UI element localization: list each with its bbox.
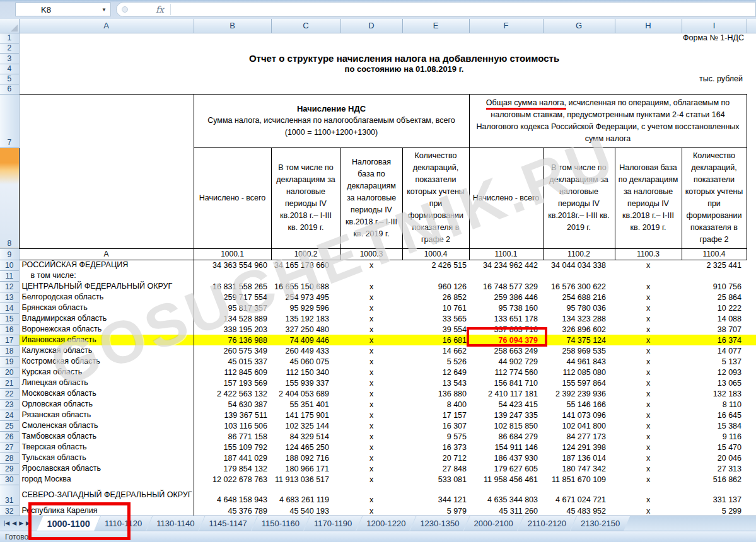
cell-value[interactable]: 188 092 716 [271, 453, 340, 463]
cell-value[interactable]: 9 116 [682, 431, 747, 442]
cell-value[interactable]: 11 851 670 109 [543, 474, 615, 485]
code-cell-b[interactable]: 1000.1 [194, 248, 271, 260]
cell-value[interactable]: x [340, 335, 402, 345]
sheet-tab-2000-2100[interactable]: 2000-2100 [464, 516, 523, 531]
cell-value[interactable]: x [340, 324, 402, 335]
cell-value[interactable]: 26 852 [402, 292, 469, 303]
cell-value[interactable]: 326 896 602 [543, 324, 615, 335]
cell-value[interactable]: 16 374 [682, 335, 747, 345]
select-all-corner[interactable] [0, 19, 19, 33]
cell-region-name[interactable]: Калужская область [19, 345, 194, 356]
subheader-f[interactable]: Начислено - всего [469, 147, 543, 248]
cell-value[interactable]: x [615, 345, 682, 356]
cell-region-name[interactable]: в том числе: [19, 270, 194, 281]
cell-value[interactable]: 39 554 [402, 324, 469, 335]
cell-value[interactable]: 112 085 080 [543, 367, 615, 378]
cell-value[interactable]: 133 651 178 [469, 313, 543, 324]
cell-value[interactable] [682, 270, 747, 281]
cell-value[interactable]: 54 423 415 [469, 399, 543, 410]
cell-value[interactable] [402, 270, 469, 281]
row-header-23[interactable]: 23 [0, 399, 19, 410]
cell-value[interactable]: 12 022 678 763 [194, 474, 271, 485]
row-header-9[interactable]: 9 [0, 248, 19, 260]
cell-value[interactable]: 34 234 962 442 [469, 260, 543, 270]
cell-value[interactable] [271, 270, 340, 281]
cell-value[interactable]: x [615, 420, 682, 431]
column-header-b[interactable]: B [194, 19, 271, 33]
cell-value[interactable]: x [340, 453, 402, 463]
cell-value[interactable]: x [340, 292, 402, 303]
cell-value[interactable]: x [615, 313, 682, 324]
cell-region-name[interactable]: Тамбовская область [19, 431, 194, 442]
cell-value[interactable]: x [340, 388, 402, 399]
cell-value[interactable]: 134 528 889 [194, 313, 271, 324]
cell-value[interactable]: 20 046 [682, 453, 747, 463]
column-header-d[interactable]: D [340, 19, 402, 33]
cell-value[interactable]: x [615, 260, 682, 270]
cell-value[interactable]: 103 116 506 [194, 420, 271, 431]
cell-value[interactable]: 2 325 441 [682, 260, 747, 270]
row-header-16[interactable]: 16 [0, 324, 19, 335]
cell-value[interactable]: x [340, 345, 402, 356]
cell-value[interactable] [340, 270, 402, 281]
cell-region-name[interactable]: Костромская область [19, 356, 194, 367]
cell-value[interactable]: x [615, 303, 682, 313]
cell-region-name[interactable]: СЕВЕРО-ЗАПАДНЫЙ ФЕДЕРАЛЬНЫЙ ОКРУГ [19, 485, 194, 505]
cell-region-name[interactable]: Московская область [19, 388, 194, 399]
cell-value[interactable]: 141 175 901 [271, 410, 340, 420]
row-header-11[interactable]: 11 [0, 270, 19, 281]
cell-region-name[interactable]: Ивановская область [19, 335, 194, 345]
cell-region-name[interactable]: Курская область [19, 367, 194, 378]
cell-value[interactable]: 112 845 609 [194, 367, 271, 378]
cell-value[interactable]: 5 137 [682, 356, 747, 367]
cell-value[interactable]: 84 329 514 [271, 431, 340, 442]
cell-value[interactable]: x [340, 410, 402, 420]
cell-region-name[interactable]: Смоленская область [19, 420, 194, 431]
cell-value[interactable]: 4 671 024 721 [543, 485, 615, 505]
cell-value[interactable]: x [615, 442, 682, 453]
cell-value[interactable]: 20 712 [402, 453, 469, 463]
chevron-down-icon[interactable]: ▼ [102, 7, 108, 13]
sheet-tab-2130-2150[interactable]: 2130-2150 [571, 516, 630, 531]
cell-value[interactable]: 14 077 [682, 345, 747, 356]
sheet-tab-1150-1160[interactable]: 1150-1160 [252, 516, 310, 531]
cell-value[interactable]: x [615, 431, 682, 442]
cell-value[interactable]: 86 684 279 [469, 431, 543, 442]
cell-value[interactable]: x [340, 378, 402, 388]
cell-value[interactable]: 337 803 716 [469, 324, 543, 335]
cell-value[interactable]: x [340, 260, 402, 270]
cell-region-name[interactable]: Ярославская область [19, 463, 194, 474]
cell-value[interactable]: 45 376 789 [194, 505, 271, 516]
cell-value[interactable]: 180 966 171 [271, 463, 340, 474]
cell-value[interactable]: 2 426 515 [402, 260, 469, 270]
cell-value[interactable]: 16 307 [402, 420, 469, 431]
subheader-e[interactable]: Количество деклараций, показатели которы… [402, 147, 469, 248]
row-header-2[interactable]: 2 [0, 43, 19, 53]
column-header-e[interactable]: E [402, 19, 469, 33]
cell-value[interactable]: 254 973 495 [271, 292, 340, 303]
cell-value[interactable]: 5 979 [402, 505, 469, 516]
cell-value[interactable]: 8 400 [402, 399, 469, 410]
previous-sheet-icon[interactable]: ◀ [12, 521, 16, 526]
code-cell-c[interactable]: 1000.2 [271, 248, 340, 260]
cell-value[interactable]: 45 483 952 [543, 505, 615, 516]
sheet-tab-1145-1147[interactable]: 1145-1147 [199, 516, 257, 531]
cell-value[interactable]: 45 060 075 [271, 356, 340, 367]
subheader-h[interactable]: Налоговая база по декларациям за налогов… [615, 147, 682, 248]
cell-value[interactable]: x [340, 442, 402, 453]
subheader-b[interactable]: Начислено - всего [194, 147, 271, 248]
cell-value[interactable]: 157 193 569 [194, 378, 271, 388]
cell-value[interactable]: 155 939 337 [271, 378, 340, 388]
cell-value[interactable]: 124 291 398 [543, 442, 615, 453]
cell-value[interactable]: x [340, 431, 402, 442]
cell-value[interactable]: x [615, 324, 682, 335]
cell-value[interactable]: 179 854 132 [194, 463, 271, 474]
cell-value[interactable]: 102 815 850 [469, 420, 543, 431]
cell-value[interactable]: 16 655 150 688 [271, 281, 340, 292]
row-header-20[interactable]: 20 [0, 367, 19, 378]
row-header-31[interactable]: 31 [0, 485, 19, 505]
cell-value[interactable]: 95 929 596 [271, 303, 340, 313]
row-header-30[interactable]: 30 [0, 474, 19, 485]
cell-value[interactable] [194, 270, 271, 281]
cell-value[interactable]: 45 540 193 [271, 505, 340, 516]
